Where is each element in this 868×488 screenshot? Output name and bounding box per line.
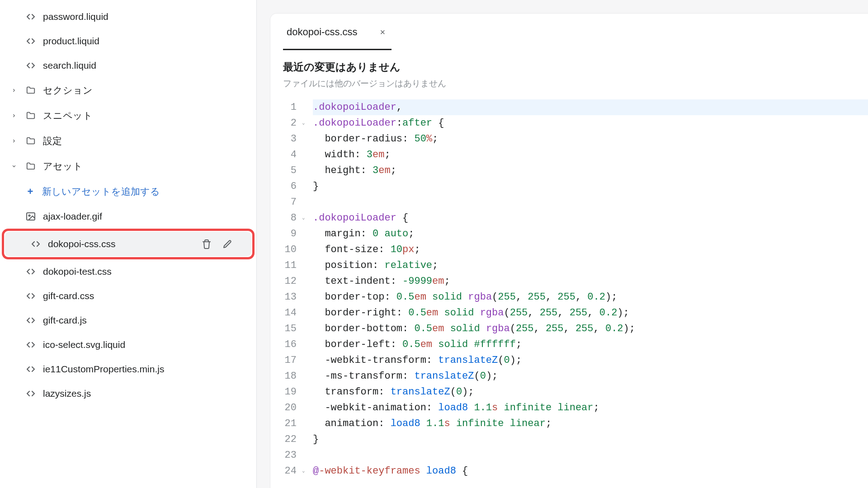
editor-pane: dokopoi-css.css × 最近の変更はありません ファイルには他のバー… (257, 0, 868, 488)
line-number: 10 (270, 242, 297, 258)
fold-marker (302, 131, 311, 147)
fold-marker[interactable]: ⌄ (302, 115, 311, 131)
file-name: dokopoi-css.css (48, 239, 115, 249)
line-number: 6 (270, 178, 297, 194)
tab-bar: dokopoi-css.css × (270, 14, 868, 50)
svg-point-1 (28, 215, 30, 216)
file-name: password.liquid (43, 11, 108, 22)
add-asset-label: 新しいアセットを追加する (42, 185, 160, 198)
fold-marker (302, 416, 311, 432)
tab-active[interactable]: dokopoi-css.css × (283, 26, 392, 50)
file-item[interactable]: gift-card.css (0, 284, 256, 308)
code-line: border-radius: 50%; (313, 131, 868, 147)
fold-marker (302, 289, 311, 305)
file-name: ie11CustomProperties.min.js (43, 364, 164, 375)
file-item[interactable]: ie11CustomProperties.min.js (0, 357, 256, 381)
line-number: 1 (270, 99, 297, 115)
fold-marker (302, 305, 311, 321)
code-line: border-left: 0.5em solid #ffffff; (313, 337, 868, 352)
line-number: 22 (270, 432, 297, 447)
file-item[interactable]: dokopoi-css.css (5, 232, 251, 256)
line-number-gutter: 123456789101112131415161718192021222324 (270, 99, 302, 488)
code-line: .dokopoiLoader:after { (313, 115, 868, 131)
folder-name: 設定 (43, 135, 62, 147)
line-number: 14 (270, 305, 297, 321)
code-line: transform: translateZ(0); (313, 384, 868, 400)
folder-item[interactable]: セクション (0, 78, 256, 103)
file-item[interactable]: ajax-loader.gif (0, 204, 256, 229)
code-icon (25, 266, 37, 277)
fold-gutter: ⌄⌄⌄ (302, 99, 311, 488)
code-line: margin: 0 auto; (313, 226, 868, 242)
file-name: gift-card.js (43, 315, 87, 326)
code-line: -webkit-transform: translateZ(0); (313, 352, 868, 368)
fold-marker (302, 432, 311, 447)
file-item[interactable]: gift-card.js (0, 308, 256, 333)
code-line: } (313, 178, 868, 194)
folder-item[interactable]: スニペット (0, 103, 256, 128)
add-asset-button[interactable]: +新しいアセットを追加する (0, 179, 256, 204)
line-number: 23 (270, 447, 297, 463)
file-item[interactable]: ico-select.svg.liquid (0, 333, 256, 357)
fold-marker[interactable]: ⌄ (302, 210, 311, 226)
plus-icon: + (25, 186, 36, 197)
line-number: 7 (270, 194, 297, 210)
code-line: .dokopoiLoader, (313, 99, 868, 115)
code-line: font-size: 10px; (313, 242, 868, 258)
code-line: width: 3em; (313, 147, 868, 163)
code-line: height: 3em; (313, 163, 868, 178)
code-content[interactable]: .dokopoiLoader,.dokopoiLoader:after { bo… (311, 99, 868, 488)
file-explorer-sidebar: password.liquidproduct.liquidsearch.liqu… (0, 0, 257, 488)
fold-marker (302, 258, 311, 273)
code-editor[interactable]: 123456789101112131415161718192021222324 … (270, 99, 868, 488)
code-icon (25, 314, 37, 326)
chevron-right-icon[interactable] (12, 113, 16, 118)
file-name: dokopoi-test.css (43, 266, 112, 277)
folder-name: セクション (43, 84, 93, 97)
chevron-right-icon[interactable] (12, 139, 16, 143)
file-name: ico-select.svg.liquid (43, 339, 125, 350)
line-number: 24 (270, 463, 297, 479)
fold-marker (302, 147, 311, 163)
folder-item[interactable]: 設定 (0, 128, 256, 154)
code-line: animation: load8 1.1s infinite linear; (313, 416, 868, 432)
fold-marker[interactable]: ⌄ (302, 463, 311, 479)
info-title: 最近の変更はありません (283, 60, 855, 74)
app-root: password.liquidproduct.liquidsearch.liqu… (0, 0, 868, 488)
code-line: @-webkit-keyframes load8 { (313, 463, 868, 479)
line-number: 9 (270, 226, 297, 242)
code-line: -webkit-animation: load8 1.1s infinite l… (313, 400, 868, 416)
file-item[interactable]: search.liquid (0, 53, 256, 78)
code-line: text-indent: -9999em; (313, 273, 868, 289)
fold-marker (302, 368, 311, 384)
folder-item[interactable]: アセット (0, 154, 256, 179)
fold-marker (302, 242, 311, 258)
fold-marker (302, 400, 311, 416)
code-icon (25, 11, 37, 23)
fold-marker (302, 337, 311, 352)
file-item[interactable]: dokopoi-test.css (0, 259, 256, 284)
highlight-annotation: dokopoi-css.css (2, 229, 255, 259)
info-subtitle: ファイルには他のバージョンはありません (283, 78, 855, 89)
fold-marker (302, 273, 311, 289)
tab-name: dokopoi-css.css (287, 26, 358, 38)
close-icon[interactable]: × (377, 27, 388, 38)
line-number: 15 (270, 321, 297, 337)
fold-marker (302, 99, 311, 115)
file-name: lazysizes.js (43, 388, 91, 399)
code-icon (25, 363, 37, 375)
rename-icon[interactable] (222, 238, 233, 250)
chevron-down-icon[interactable] (12, 164, 16, 169)
file-item[interactable]: password.liquid (0, 5, 256, 29)
fold-marker (302, 352, 311, 368)
file-item[interactable]: product.liquid (0, 29, 256, 53)
file-name: product.liquid (43, 36, 99, 47)
file-info-block: 最近の変更はありません ファイルには他のバージョンはありません (270, 50, 868, 99)
line-number: 3 (270, 131, 297, 147)
delete-icon[interactable] (201, 238, 212, 250)
chevron-right-icon[interactable] (12, 88, 16, 93)
file-item[interactable]: lazysizes.js (0, 381, 256, 406)
folder-icon (25, 135, 37, 147)
code-line: border-bottom: 0.5em solid rgba(255, 255… (313, 321, 868, 337)
fold-marker (302, 384, 311, 400)
